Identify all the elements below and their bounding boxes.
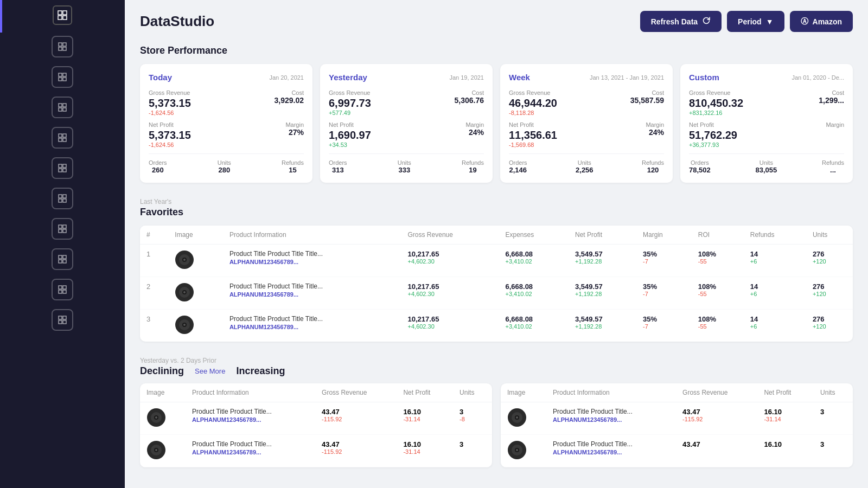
sidebar-item-6[interactable]: [52, 188, 73, 209]
row-net-profit: 3,549.57 +1,192.28: [569, 277, 636, 310]
row-expenses: 6,668.08 +3,410.02: [499, 277, 569, 310]
row-num: 1: [140, 245, 168, 277]
sidebar-logo[interactable]: [53, 5, 72, 25]
di-inc-row-net-profit: 16.10: [757, 435, 814, 467]
di-inc-col-gross-revenue: Gross Revenue: [676, 383, 757, 402]
sidebar-item-9[interactable]: [52, 279, 73, 300]
row-num: 3: [140, 310, 168, 342]
di-inc-col-units: Units: [814, 383, 853, 402]
row-gross-revenue: 10,217.65 +4,602.30: [401, 310, 499, 342]
di-inc-row-gross-revenue: 43.47 -115.92: [676, 402, 757, 435]
svg-rect-6: [59, 47, 62, 50]
svg-point-51: [183, 291, 186, 293]
sidebar-item-1[interactable]: [52, 36, 73, 57]
sidebar-item-5[interactable]: [52, 157, 73, 179]
svg-rect-22: [59, 169, 62, 172]
chevron-down-icon: ▼: [766, 17, 774, 26]
refresh-label: Refresh Data: [651, 17, 698, 26]
di-inc-row-units: 3: [814, 402, 853, 435]
store-card-1: Yesterday Jan 19, 2021 Gross Revenue 6,9…: [320, 64, 493, 183]
col-product-info: Product Information: [223, 226, 401, 245]
amazon-button[interactable]: Ⓐ Amazon: [790, 11, 853, 32]
store-performance-title: Store Performance: [140, 45, 853, 56]
svg-rect-19: [63, 138, 66, 142]
list-item: Product Title Product Title... ALPHANUM1…: [140, 402, 492, 435]
main-content: DataStudio Refresh Data Period ▼ Ⓐ Amazo…: [125, 0, 868, 488]
svg-rect-25: [63, 195, 66, 198]
sidebar: [0, 0, 125, 488]
di-row-product-info: Product Title Product Title... ALPHANUM1…: [186, 435, 315, 467]
di-inc-col-image: Image: [501, 383, 546, 402]
di-inc-row-net-profit: 16.10 -31.14: [757, 402, 814, 435]
sidebar-item-10[interactable]: [52, 309, 73, 331]
svg-rect-4: [59, 43, 62, 46]
svg-rect-7: [63, 47, 66, 50]
store-performance-cards: Today Jan 20, 2021 Gross Revenue 5,373.1…: [140, 64, 853, 183]
svg-rect-11: [63, 78, 66, 81]
svg-rect-8: [59, 73, 62, 76]
svg-rect-41: [63, 316, 66, 319]
see-more-link[interactable]: See More: [195, 367, 225, 375]
di-inc-col-product-info: Product Information: [546, 383, 676, 402]
sidebar-item-8[interactable]: [52, 248, 73, 270]
svg-rect-30: [59, 229, 62, 233]
svg-rect-15: [63, 108, 66, 111]
refresh-data-button[interactable]: Refresh Data: [640, 11, 722, 32]
svg-rect-16: [59, 134, 62, 137]
col-net-profit: Net Profit: [569, 226, 636, 245]
card-date-1: Jan 19, 2021: [449, 74, 484, 81]
svg-rect-33: [63, 255, 66, 259]
di-inc-row-product-info: Product Title Product Title... ALPHANUM1…: [546, 402, 676, 435]
row-refunds: 14 +6: [744, 277, 806, 310]
di-inc-col-net-profit: Net Profit: [757, 383, 814, 402]
row-num: 2: [140, 277, 168, 310]
card-date-3: Jan 01, 2020 - De...: [792, 74, 844, 81]
sidebar-item-7[interactable]: [52, 218, 73, 240]
favorites-sub-label: Last Year's: [140, 198, 853, 206]
favorites-title: Favorites: [140, 207, 853, 218]
svg-rect-14: [59, 108, 62, 111]
table-row: 2 Product Title Product Title Title... A…: [140, 277, 853, 310]
di-row-product-info: Product Title Product Title... ALPHANUM1…: [186, 402, 315, 435]
svg-rect-0: [58, 11, 62, 15]
favorites-table: # Image Product Information Gross Revenu…: [140, 226, 853, 342]
sidebar-item-3[interactable]: [52, 97, 73, 118]
col-units: Units: [806, 226, 853, 245]
amazon-icon: Ⓐ: [801, 17, 808, 27]
di-header: Declining See More Increasing: [140, 365, 853, 377]
di-col-units: Units: [453, 383, 492, 402]
svg-rect-37: [63, 286, 66, 289]
svg-rect-13: [63, 104, 66, 107]
row-units: 276 +120: [806, 245, 853, 277]
svg-rect-42: [59, 320, 62, 324]
col-expenses: Expenses: [499, 226, 569, 245]
card-date-2: Jan 13, 2021 - Jan 19, 2021: [590, 74, 664, 81]
row-net-profit: 3,549.57 +1,192.28: [569, 245, 636, 277]
row-refunds: 14 +6: [744, 310, 806, 342]
di-inc-row-image: [501, 435, 546, 467]
sidebar-item-2[interactable]: [52, 66, 73, 88]
row-image: [168, 245, 223, 277]
svg-point-55: [183, 324, 186, 326]
period-button[interactable]: Period ▼: [727, 11, 784, 32]
declining-increasing-section: Yesterday vs. 2 Days Prior Declining See…: [140, 357, 853, 467]
sidebar-item-4[interactable]: [52, 127, 73, 149]
svg-rect-27: [63, 199, 66, 202]
row-expenses: 6,668.08 +3,410.02: [499, 310, 569, 342]
col-margin: Margin: [636, 226, 692, 245]
svg-point-63: [155, 449, 157, 451]
di-grid: Image Product Information Gross Revenue …: [140, 383, 853, 467]
list-item: Product Title Product Title... ALPHANUM1…: [501, 435, 853, 467]
svg-rect-18: [59, 138, 62, 142]
svg-rect-17: [63, 134, 66, 137]
svg-rect-21: [63, 164, 66, 168]
header: DataStudio Refresh Data Period ▼ Ⓐ Amazo…: [140, 11, 853, 32]
favorites-table-wrapper: # Image Product Information Gross Revenu…: [140, 226, 853, 342]
store-performance-section: Store Performance Today Jan 20, 2021 Gro…: [140, 45, 853, 183]
table-row: 1 Product Title Product Title Title... A…: [140, 245, 853, 277]
increasing-title: Increasing: [236, 365, 285, 377]
row-units: 276 +120: [806, 277, 853, 310]
col-refunds: Refunds: [744, 226, 806, 245]
card-period-2: Week: [509, 73, 530, 82]
svg-rect-2: [58, 16, 62, 20]
